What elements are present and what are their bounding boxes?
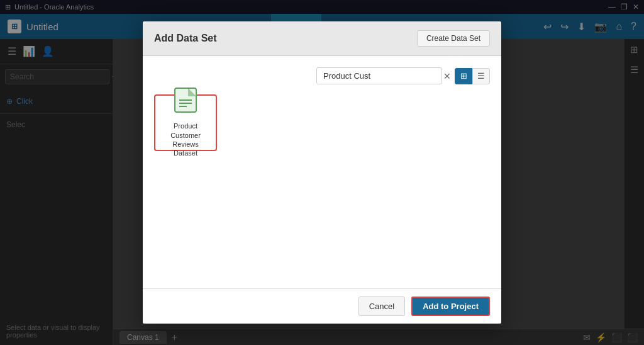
dataset-grid: Product CustomerReviews Dataset bbox=[154, 94, 490, 277]
modal-title: Add Data Set bbox=[154, 33, 217, 44]
modal-header: Add Data Set Create Data Set bbox=[143, 21, 501, 56]
modal-body: ✕ ⊞ ☰ bbox=[143, 56, 501, 288]
modal-view-buttons: ⊞ ☰ bbox=[455, 68, 490, 84]
modal-overlay[interactable]: Add Data Set Create Data Set ✕ ⊞ ☰ bbox=[0, 0, 644, 345]
create-dataset-button[interactable]: Create Data Set bbox=[417, 30, 490, 47]
dataset-item[interactable]: Product CustomerReviews Dataset bbox=[154, 94, 217, 151]
dataset-search-input[interactable] bbox=[316, 67, 442, 84]
dataset-item-label: Product CustomerReviews Dataset bbox=[160, 122, 211, 157]
dataset-file-icon bbox=[174, 88, 197, 118]
modal-search-bar: ✕ ⊞ ☰ bbox=[154, 67, 490, 84]
cancel-button[interactable]: Cancel bbox=[358, 297, 405, 316]
search-clear-icon[interactable]: ✕ bbox=[443, 71, 451, 81]
add-dataset-modal: Add Data Set Create Data Set ✕ ⊞ ☰ bbox=[143, 21, 501, 324]
modal-footer: Cancel Add to Project bbox=[143, 288, 501, 324]
grid-view-button[interactable]: ⊞ bbox=[455, 68, 472, 84]
list-view-button[interactable]: ☰ bbox=[472, 68, 490, 84]
add-to-project-button[interactable]: Add to Project bbox=[411, 297, 490, 316]
